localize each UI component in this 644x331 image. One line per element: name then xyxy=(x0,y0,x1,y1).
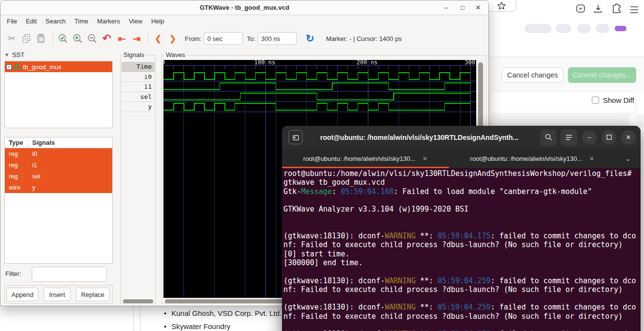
downloads-icon[interactable] xyxy=(592,3,604,15)
menu-file[interactable]: File xyxy=(2,15,21,28)
expand-plus-icon[interactable]: + xyxy=(6,64,12,70)
paste-icon[interactable] xyxy=(35,32,47,45)
screen: Cancel changes Commit changes... Show Di… xyxy=(0,0,644,331)
fetch-right-icon[interactable]: ⇥ xyxy=(130,32,142,45)
bookmark-chip[interactable] xyxy=(578,24,590,33)
terminal-line: (gtkwave:18130): dconf-WARNING **: 05:59… xyxy=(283,276,641,285)
terminal-line: (gtkwave:18130): dconf-WARNING **: 05:59… xyxy=(283,303,641,312)
insert-button[interactable]: Insert xyxy=(43,288,71,301)
tab-list-chevron-icon[interactable]: ⌄ xyxy=(616,149,641,168)
gtkwave-titlebar[interactable]: GTKWave - tb_good_mux.vcd – □ ✕ xyxy=(0,0,488,15)
signal-table-row[interactable]: regi1 xyxy=(5,159,112,171)
close-button[interactable]: ✕ xyxy=(471,0,485,15)
page-divider-line xyxy=(133,306,134,331)
type-column-header[interactable]: Type xyxy=(5,137,28,148)
reload-icon[interactable]: ↻ xyxy=(303,32,316,45)
terminal-line: Gtk-Message: 05:59:04.168: Failed to loa… xyxy=(283,187,641,196)
commit-changes-button[interactable]: Commit changes... xyxy=(568,67,636,83)
signal-item-time[interactable]: Time xyxy=(121,62,155,72)
sst-tree: + tb_good_mux xyxy=(4,61,113,128)
copy-icon[interactable] xyxy=(20,32,33,45)
svg-text:200: 200 xyxy=(357,60,367,66)
terminal-minimize-button[interactable]: – xyxy=(582,130,597,145)
menu-search[interactable]: Search xyxy=(41,15,70,28)
menu-hamburger-icon[interactable] xyxy=(628,4,640,16)
signal-table-row[interactable]: regi0 xyxy=(5,148,112,159)
sst-label: SST xyxy=(12,51,24,58)
from-label: From: xyxy=(185,35,201,42)
zoom-in-icon[interactable] xyxy=(71,32,84,45)
urlbar-end xyxy=(487,0,516,12)
menu-help[interactable]: Help xyxy=(147,15,169,28)
tab-close-icon[interactable]: ✕ xyxy=(423,155,428,162)
table-header-row: Type Signals xyxy=(5,137,112,148)
bookmark-star-icon[interactable] xyxy=(497,1,506,10)
filter-input[interactable] xyxy=(32,267,107,282)
menu-time[interactable]: Time xyxy=(70,15,93,28)
extensions-icon[interactable] xyxy=(611,3,623,15)
signal-table-row[interactable]: wirey xyxy=(5,182,112,193)
maximize-button[interactable]: □ xyxy=(455,0,470,15)
append-button[interactable]: Append xyxy=(6,288,39,301)
signals-hscrollbar[interactable] xyxy=(123,299,153,303)
tab-label: root@ubuntu: /home/alwin/vlsi/sky130... xyxy=(303,155,416,162)
shift-right-icon[interactable]: ❯ xyxy=(166,32,179,45)
minimize-button[interactable]: – xyxy=(439,0,453,15)
signal-table-row[interactable]: regsel xyxy=(5,171,112,182)
bookmark-chip[interactable] xyxy=(525,24,551,33)
cell: i1 xyxy=(28,159,112,171)
terminal-line: (gtkwave:18130): dconf-WARNING **: 05:59… xyxy=(283,232,641,240)
svg-text:300: 300 xyxy=(464,60,475,66)
cell: y xyxy=(28,182,112,193)
cell: wire xyxy=(5,182,28,193)
to-input[interactable] xyxy=(258,32,297,45)
bookmark-chip[interactable] xyxy=(556,24,571,33)
terminal-maximize-button[interactable] xyxy=(602,130,616,145)
acknowledgements-list: •Kunal Ghosh, VSD Corp. Pvt. Ltd.•Skywat… xyxy=(164,309,282,331)
list-item-text: Kunal Ghosh, VSD Corp. Pvt. Ltd. xyxy=(171,309,282,317)
signal-item-i1[interactable]: i1 xyxy=(121,82,155,92)
signal-item-i0[interactable]: i0 xyxy=(121,72,155,82)
cut-icon[interactable]: ✂ xyxy=(5,32,18,45)
sst-expander[interactable]: ▼ SST xyxy=(4,51,24,58)
bookmark-chip[interactable] xyxy=(596,24,609,33)
zoom-out-icon[interactable] xyxy=(86,32,99,45)
terminal-line: root@ubuntu:/home/alwin/vlsi/sky130RTLDe… xyxy=(283,169,641,178)
toolbar-separator xyxy=(53,33,53,44)
tab-close-icon[interactable]: ✕ xyxy=(589,155,595,162)
zoom-undo-icon[interactable]: ↶ xyxy=(101,32,113,45)
menu-edit[interactable]: Edit xyxy=(21,15,41,28)
svg-text:100: 100 xyxy=(254,60,265,66)
signal-item-y[interactable]: y xyxy=(121,102,155,112)
replace-button[interactable]: Replace xyxy=(76,288,110,301)
terminal-tab-bar: root@ubuntu: /home/alwin/vlsi/sky130...✕… xyxy=(282,149,641,168)
terminal-close-button[interactable]: ✕ xyxy=(621,130,636,145)
terminal-menu-button[interactable] xyxy=(561,129,577,146)
terminal-window: root@ubuntu: /home/alwin/vlsi/sky130RTLD… xyxy=(282,126,641,331)
cell: sel xyxy=(28,171,112,182)
cancel-changes-button[interactable]: Cancel changes xyxy=(502,67,564,83)
signal-item-sel[interactable]: sel xyxy=(121,92,155,102)
terminal-output[interactable]: root@ubuntu:/home/alwin/vlsi/sky130RTLDe… xyxy=(282,168,641,331)
terminal-titlebar[interactable]: root@ubuntu: /home/alwin/vlsi/sky130RTLD… xyxy=(282,126,641,149)
terminal-tab[interactable]: root@ubuntu: /home/alwin/vlsi/sky130...✕ xyxy=(449,149,616,168)
terminal-search-button[interactable] xyxy=(540,129,557,146)
bookmark-chip-purple[interactable] xyxy=(615,26,626,31)
cell: i0 xyxy=(28,148,112,159)
terminal-tab[interactable]: root@ubuntu: /home/alwin/vlsi/sky130...✕ xyxy=(282,149,449,168)
page-divider-line xyxy=(140,306,141,331)
module-hierarchy-icon xyxy=(14,64,20,70)
list-item-text: Skywater Foundry xyxy=(171,322,230,331)
show-diff-checkbox[interactable] xyxy=(592,97,599,104)
menu-view[interactable]: View xyxy=(124,15,147,28)
shift-left-icon[interactable]: ❮ xyxy=(152,32,164,45)
signals-column-header[interactable]: Signals xyxy=(28,137,112,148)
sst-tree-item[interactable]: + tb_good_mux xyxy=(5,61,112,72)
menu-markers[interactable]: Markers xyxy=(93,15,124,28)
new-tab-button[interactable] xyxy=(288,130,302,144)
pocket-icon[interactable] xyxy=(575,3,586,15)
terminal-line: nf: Failed to execute child process ?dbu… xyxy=(283,240,641,249)
from-input[interactable] xyxy=(204,32,243,45)
zoom-fit-icon[interactable] xyxy=(57,32,69,45)
fetch-left-icon[interactable]: ⇤ xyxy=(115,32,128,45)
